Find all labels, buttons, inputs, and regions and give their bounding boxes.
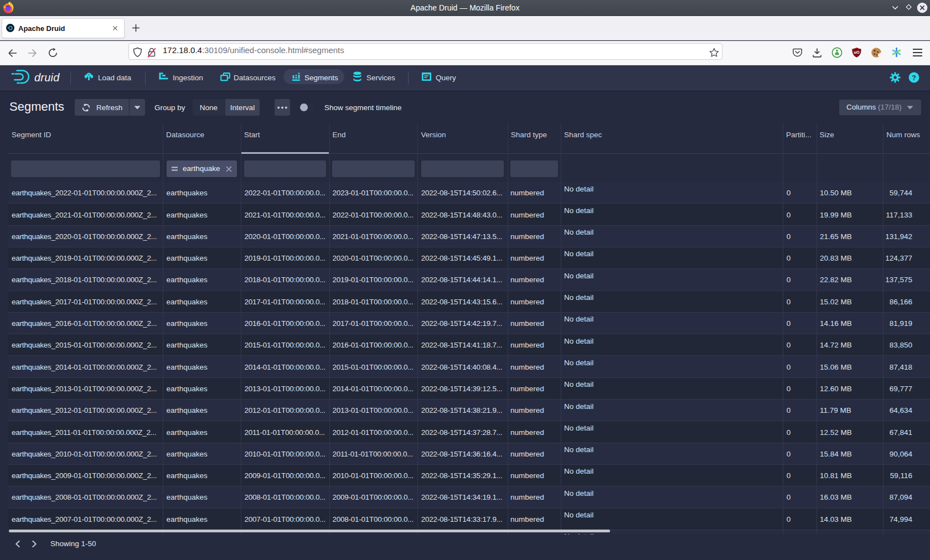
svg-text:?: ? <box>912 74 916 82</box>
svg-text:uO: uO <box>854 50 860 55</box>
